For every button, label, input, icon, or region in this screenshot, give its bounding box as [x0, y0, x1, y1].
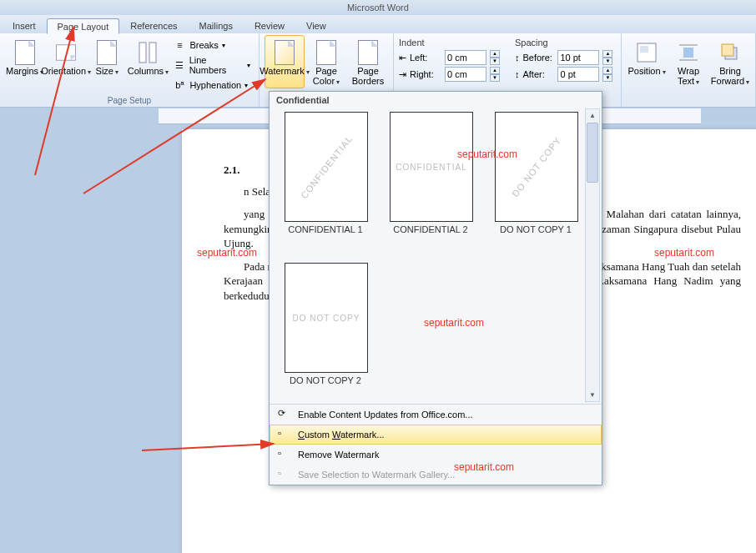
menu-custom-watermark[interactable]: ▫Custom Watermark... [270, 425, 602, 445]
orientation-button[interactable]: Orientation [46, 35, 86, 93]
wrap-text-icon [675, 39, 702, 66]
indent-heading: Indent [399, 38, 500, 49]
wrap-text-button[interactable]: Wrap Text [668, 35, 708, 88]
spacing-after-input[interactable] [557, 67, 599, 82]
group-arrange: Position Wrap Text Bring Forward [622, 33, 756, 107]
indent-left-icon: ⇤ [399, 53, 406, 63]
title-bar: Microsoft Word [0, 0, 756, 15]
columns-button[interactable]: Columns [128, 35, 168, 93]
page-color-icon [313, 39, 340, 66]
tab-review[interactable]: Review [244, 18, 295, 33]
tab-insert[interactable]: Insert [2, 18, 47, 33]
size-button[interactable]: Size [88, 35, 126, 93]
orientation-icon [53, 39, 79, 66]
tab-mailings[interactable]: Mailings [189, 18, 244, 33]
hyphenation-icon: bª [173, 78, 186, 92]
margins-button[interactable]: Margins [5, 35, 44, 93]
spacing-after-icon: ↕ [515, 69, 520, 79]
watermark-gallery: CONFIDENTIAL CONFIDENTIAL 1 CONFIDENTIAL… [270, 107, 602, 404]
bring-forward-button[interactable]: Bring Forward [710, 35, 750, 88]
watermark-gallery-panel: Confidential CONFIDENTIAL CONFIDENTIAL 1… [269, 91, 602, 485]
menu-enable-updates[interactable]: ⟳Enable Content Updates from Office.com.… [270, 405, 602, 425]
watermark-menu: ⟳Enable Content Updates from Office.com.… [270, 404, 602, 485]
save-gallery-icon: ▫ [278, 468, 291, 481]
gallery-item-do-not-copy-1[interactable]: DO NOT COPY DO NOT COPY 1 [495, 112, 577, 251]
margins-icon [12, 39, 38, 66]
page-color-button[interactable]: Page Color [306, 35, 346, 88]
remove-icon: ▫ [278, 448, 291, 461]
tab-view[interactable]: View [295, 18, 337, 33]
tab-page-layout[interactable]: Page Layout [47, 18, 120, 34]
watermark-button[interactable]: Watermark [265, 35, 305, 88]
size-icon [93, 39, 120, 66]
group-page-setup: Margins Orientation Size Columns ≡Breaks… [0, 33, 260, 107]
spin-down[interactable]: ▼ [490, 58, 500, 65]
watermark-page-icon: ▫ [278, 428, 291, 441]
indent-left-input[interactable] [445, 50, 486, 65]
position-icon [633, 39, 660, 66]
gallery-item-confidential-1[interactable]: CONFIDENTIAL CONFIDENTIAL 1 [285, 112, 366, 251]
ribbon-tabs: Insert Page Layout References Mailings R… [0, 15, 756, 33]
gallery-scrollbar[interactable]: ▲ ▼ [585, 108, 600, 402]
svg-rect-1 [149, 43, 156, 63]
spacing-heading: Spacing [515, 38, 612, 49]
position-button[interactable]: Position [627, 35, 667, 88]
line-numbers-button[interactable]: ☰Line Numbers▾ [169, 54, 254, 76]
svg-rect-0 [139, 43, 146, 63]
spacing-before-icon: ↕ [515, 53, 520, 63]
columns-icon [134, 39, 161, 66]
group-label-page-setup: Page Setup [5, 95, 254, 107]
indent-right-icon: ⇥ [399, 69, 406, 80]
breaks-icon: ≡ [173, 38, 186, 52]
spin-up[interactable]: ▲ [490, 50, 500, 58]
page-borders-button[interactable]: Page Borders [348, 35, 388, 88]
menu-save-selection: ▫Save Selection to Watermark Gallery... [270, 465, 602, 485]
tab-references[interactable]: References [119, 18, 188, 33]
breaks-button[interactable]: ≡Breaks▾ [169, 38, 254, 53]
watermark-icon [271, 39, 298, 66]
gallery-item-do-not-copy-2[interactable]: DO NOT COPY DO NOT COPY 2 [285, 263, 366, 402]
scroll-thumb[interactable] [587, 123, 598, 183]
svg-rect-3 [640, 46, 648, 53]
svg-rect-8 [722, 44, 733, 56]
bring-forward-icon [717, 39, 743, 66]
scroll-up-icon[interactable]: ▲ [586, 109, 599, 122]
hyphenation-button[interactable]: bªHyphenation▾ [169, 78, 254, 93]
page-borders-icon [355, 39, 381, 66]
spacing-before-input[interactable] [557, 50, 599, 65]
menu-remove-watermark[interactable]: ▫Remove Watermark [270, 445, 602, 465]
scroll-down-icon[interactable]: ▼ [586, 389, 599, 401]
gallery-item-confidential-2[interactable]: CONFIDENTIAL CONFIDENTIAL 2 [390, 112, 471, 251]
gallery-heading: Confidential [270, 92, 602, 107]
svg-rect-4 [683, 48, 693, 58]
refresh-icon: ⟳ [278, 408, 291, 421]
indent-right-input[interactable] [445, 67, 486, 82]
line-numbers-icon: ☰ [173, 58, 185, 72]
